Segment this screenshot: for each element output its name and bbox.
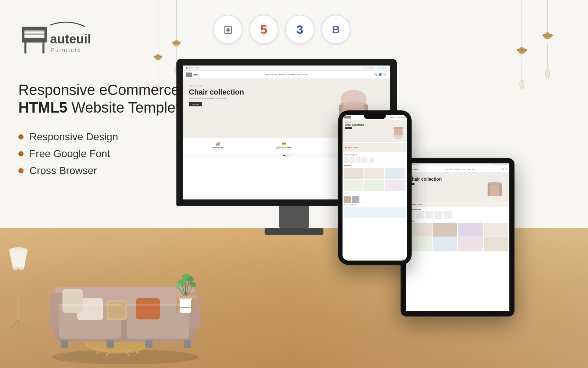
feature-item-2: Free Google Font — [18, 148, 195, 160]
floor-lamp-svg — [7, 239, 37, 331]
svg-point-12 — [154, 55, 162, 58]
plant-svg — [171, 267, 200, 315]
phone-products-title: Our Product — [343, 164, 407, 167]
left-content: Responsive eCommerce HTML5 Website Templ… — [18, 81, 195, 182]
phone-mini-logo — [344, 116, 351, 118]
tablet-nav-home: Home — [445, 169, 448, 170]
tablet-nav-pages: Pages — [467, 169, 471, 170]
headline-rest: Website Templete — [67, 99, 188, 116]
phone-screen: FURNITURE Chair collection BIG SALE — [343, 115, 407, 261]
tablet-currency: Currency: USD | Language: En — [493, 164, 508, 166]
tech-badges: ⊞ 5 3 B — [213, 15, 351, 44]
preview-search-icon: 🔍 — [373, 73, 377, 76]
phone-cat-2 — [350, 157, 355, 163]
tablet-search-icon: 🔍 — [502, 168, 504, 170]
svg-line-88 — [193, 298, 195, 313]
monitor-stand — [279, 206, 309, 228]
pagination-dot-active — [283, 155, 286, 156]
feature-item-3: Cross Browser — [18, 165, 195, 177]
svg-rect-5 — [22, 27, 47, 30]
svg-point-24 — [520, 80, 524, 89]
tablet-prod-4 — [484, 223, 509, 237]
svg-rect-74 — [180, 298, 191, 313]
svg-line-87 — [176, 298, 178, 313]
badge-bootstrap: B — [321, 15, 351, 44]
preview-icons: 🔍 👤 🛒 — [373, 73, 387, 76]
svg-rect-2 — [22, 38, 47, 43]
tablet-body: 📞 +1(000) 8406753 Currency: USD | Langua… — [401, 158, 514, 316]
phone-product-1 — [344, 168, 363, 179]
tablet-preview: 📞 +1(000) 8406753 Currency: USD | Langua… — [406, 163, 509, 311]
phone-notch — [364, 115, 386, 119]
phone-testimonial-avatars — [343, 196, 407, 203]
phone-product-2 — [364, 168, 384, 179]
tablet-mini-header: auteuil Home Shop Categories Product Pag… — [406, 166, 509, 172]
phone-product-grid — [343, 167, 407, 192]
phone-product-5 — [364, 180, 384, 191]
svg-rect-1 — [42, 42, 44, 54]
preview-feature-icon-2: 💳 — [275, 142, 292, 146]
tablet-nav-blog: Blog — [472, 169, 474, 170]
preview-logo-img — [186, 72, 192, 77]
tablet-logo-text: auteuil — [413, 168, 418, 170]
phone-hero-btn — [345, 127, 352, 129]
phone-decore-banner — [344, 207, 406, 218]
svg-rect-7 — [22, 33, 47, 35]
bullet-dot-2 — [18, 151, 24, 156]
preview-feature-sub-1: On order over $50 — [212, 148, 223, 150]
responsive-icon: ⊞ — [223, 23, 233, 36]
tablet-nav-prod: Product — [462, 169, 465, 170]
preview-cart-icon: 🛒 — [384, 73, 387, 76]
headline-bold: HTML5 — [18, 99, 67, 116]
preview-topbar-right: Currency: USD Language: En-En — [364, 67, 387, 69]
tablet-chair-svg — [484, 174, 506, 200]
bullet-dot-3 — [18, 168, 24, 173]
tablet-nav-icons: 🔍 🛒 — [502, 168, 508, 170]
badge-responsive: ⊞ — [213, 15, 243, 44]
tablet-cat-3 — [425, 211, 433, 219]
svg-point-27 — [542, 33, 553, 37]
svg-rect-71 — [107, 340, 114, 348]
phone-sale-banner: BIG SALE Furniture — [343, 143, 406, 152]
preview-feature-2: 💳 CASH ON DELIVERY 100% money back guara… — [275, 142, 292, 150]
tablet-nav-shop: Shop — [450, 169, 453, 170]
feature-text-1: Responsive Design — [29, 131, 118, 143]
css3-icon: 3 — [297, 22, 304, 37]
preview-phone: 📞 +1(000) 8406753 — [186, 67, 200, 69]
headline-line1: Responsive eCommerce — [18, 82, 179, 98]
feature-text-3: Cross Browser — [29, 165, 97, 177]
tablet-hero: FURNITURE Chair collection — [406, 172, 509, 202]
preview-logo-area: auteuil — [186, 72, 199, 77]
hanging-lamps-right — [492, 0, 573, 103]
phone-preview: FURNITURE Chair collection BIG SALE — [343, 115, 407, 261]
preview-nav-home: Home — [265, 74, 269, 75]
svg-rect-38 — [488, 184, 490, 196]
svg-line-43 — [9, 320, 18, 330]
phone-cat-5 — [369, 157, 374, 163]
preview-user-icon: 👤 — [379, 73, 382, 76]
phone-testimonial: Testimonial — [343, 192, 407, 196]
phone-body: FURNITURE Chair collection BIG SALE — [338, 110, 412, 265]
tablet-cat-5 — [444, 211, 452, 219]
svg-rect-68 — [59, 304, 121, 306]
phone-decore-title: Home Decore Furniture — [343, 203, 407, 207]
phone-cat-4 — [362, 157, 368, 163]
svg-rect-70 — [61, 340, 68, 348]
tablet-screen: 📞 +1(000) 8406753 Currency: USD | Langua… — [406, 163, 509, 311]
phone-mockup: FURNITURE Chair collection BIG SALE — [338, 110, 412, 316]
monitor-base — [265, 228, 323, 235]
tablet-prod-3 — [458, 223, 483, 237]
preview-feature-1: 🚚 FREE SHIPPING On order over $50 — [212, 142, 223, 150]
phone-sale-sub: Furniture — [353, 147, 358, 148]
svg-rect-72 — [145, 340, 153, 348]
preview-nav-categories: Categories ▾ — [278, 74, 286, 75]
svg-rect-6 — [22, 30, 47, 32]
phone-mini-nav — [390, 117, 406, 118]
phone-avatar-1 — [344, 196, 351, 203]
headline: Responsive eCommerce HTML5 Website Templ… — [18, 81, 195, 116]
tablet-nav-cat: Categories — [455, 169, 460, 170]
svg-rect-73 — [184, 340, 191, 348]
bootstrap-icon: B — [332, 23, 340, 36]
preview-topbar: 📞 +1(000) 8406753 Currency: USD Language… — [183, 66, 390, 71]
tablet-mockup: 📞 +1(000) 8406753 Currency: USD | Langua… — [401, 158, 514, 316]
